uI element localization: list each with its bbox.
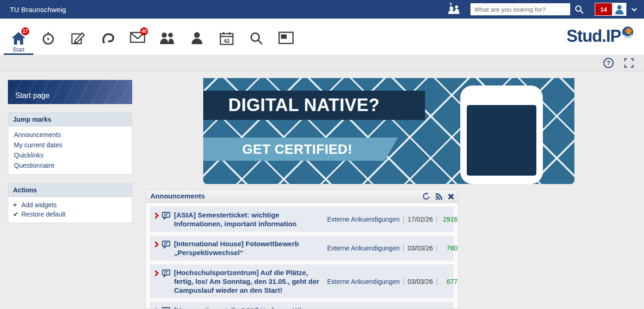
jump-marks-header: Jump marks — [8, 113, 132, 126]
announcements-widget: Announcements — [145, 190, 458, 309]
studip-logo[interactable]: Stud.IP — [567, 27, 634, 46]
announcement-row[interactable]: [Hochschulsportzentrum] Auf die Plätze, … — [150, 264, 454, 298]
phone-screen — [467, 105, 536, 176]
nav-item-notepad[interactable] — [63, 19, 93, 55]
search-input[interactable] — [470, 3, 570, 15]
announcement-view-count: 677 — [441, 278, 457, 285]
site-title: TU Braunschweig — [10, 6, 66, 13]
announcement-meta: Externe Ankuendigungen 03/03/26 780 — [327, 244, 457, 252]
nav-item-search[interactable] — [241, 19, 271, 55]
content-toolbar: ? — [0, 55, 644, 71]
notification-count: 14 — [600, 6, 607, 13]
chevron-down-icon[interactable] — [631, 7, 638, 12]
announcements-title: Announcements — [146, 192, 205, 200]
announcement-date: 17/02/26 — [407, 216, 433, 223]
add-widgets-label: Add widgets — [21, 201, 57, 209]
banner-headline: DIGITAL NATIVE? — [203, 95, 380, 115]
actions-list: + Add widgets ✔ Restore default — [8, 197, 132, 223]
nav-item-messages[interactable]: 40 — [122, 19, 152, 55]
svg-text:?: ? — [607, 59, 611, 66]
actions-header: Actions — [8, 184, 132, 197]
avatar[interactable] — [612, 3, 626, 16]
jump-link-current-dates[interactable]: My current dates — [8, 140, 132, 150]
jump-link-quicklinks[interactable]: Quicklinks — [8, 150, 132, 160]
help-icon[interactable]: ? — [603, 58, 614, 68]
restore-default-action[interactable]: ✔ Restore default — [8, 210, 132, 219]
nav-item-swoosh[interactable] — [93, 19, 122, 55]
nav-label-start: Start — [13, 46, 24, 53]
start-badge: 17 — [21, 27, 29, 35]
nav-item-planner[interactable]: 42 — [212, 19, 241, 55]
nav-item-compass[interactable] — [33, 19, 63, 55]
announcement-source-link[interactable]: Externe Ankuendigungen — [327, 244, 399, 252]
nav-item-start[interactable]: 17 Start — [4, 19, 33, 55]
messages-badge: 40 — [140, 27, 148, 35]
announcement-bubble-icon — [162, 270, 170, 277]
announcement-view-count: 780 — [441, 244, 457, 252]
banner-headline-band: DIGITAL NATIVE? — [203, 91, 425, 120]
rss-icon[interactable] — [435, 193, 443, 200]
announcement-meta: Externe Ankuendigungen 03/03/26 677 — [327, 278, 457, 285]
user-cluster: 14 — [595, 3, 638, 16]
campaign-banner[interactable]: DIGITAL NATIVE? GET CERTIFIED! — [203, 78, 574, 184]
divider — [403, 278, 404, 285]
refresh-icon[interactable] — [422, 192, 430, 200]
announcement-title[interactable]: [Kooperationsstelle SON] Umfrage: Wie wo… — [174, 306, 327, 309]
announcement-bubble-icon — [162, 307, 170, 309]
person-icon — [191, 32, 203, 44]
notepad-pencil-icon — [71, 32, 85, 45]
studip-logo-mark-icon — [622, 26, 634, 40]
jump-marks-widget: Jump marks Announcements My current date… — [8, 112, 132, 175]
announcement-title[interactable]: [Hochschulsportzentrum] Auf die Plätze, … — [174, 268, 327, 295]
global-search — [470, 3, 584, 15]
plus-icon: + — [13, 201, 21, 209]
swoosh-icon — [101, 32, 115, 45]
sidebar-header: Start page — [8, 80, 132, 104]
announcements-header: Announcements — [146, 190, 458, 203]
avatar-icon — [614, 4, 625, 14]
restore-default-label: Restore default — [21, 210, 65, 218]
add-widgets-action[interactable]: + Add widgets — [8, 200, 132, 210]
check-icon: ✔ — [13, 210, 21, 218]
top-bar: TU Braunschweig ? 14 — [0, 0, 644, 19]
notification-counter[interactable]: 14 — [595, 3, 612, 16]
sidebar: Start page Jump marks Announcements My c… — [8, 80, 132, 223]
jump-link-announcements[interactable]: Announcements — [8, 130, 132, 140]
search-icon[interactable] — [575, 5, 584, 14]
frame-icon — [278, 32, 294, 44]
calendar-icon: 42 — [219, 32, 234, 45]
actions-widget: Actions + Add widgets ✔ Restore default — [8, 183, 132, 223]
announcement-date: 03/03/26 — [407, 244, 433, 252]
nav-item-community[interactable] — [152, 19, 182, 55]
fullscreen-icon[interactable] — [624, 58, 634, 68]
divider — [437, 278, 437, 285]
announcement-date: 03/03/26 — [407, 278, 433, 285]
announcement-title[interactable]: [AStA] Semesterticket: wichtige Informat… — [174, 210, 327, 228]
announcement-source-link[interactable]: Externe Ankuendigungen — [327, 278, 399, 285]
expand-chevron-icon[interactable] — [155, 270, 159, 276]
announcement-source-link[interactable]: Externe Ankuendigungen — [327, 216, 399, 223]
banner-subline-band: GET CERTIFIED! — [203, 138, 398, 161]
announcement-row[interactable]: [International House] Fotowettbewerb „Pe… — [150, 236, 454, 261]
who-is-online-icon[interactable]: ? — [447, 3, 460, 16]
announcement-title[interactable]: [International House] Fotowettbewerb „Pe… — [174, 239, 327, 257]
banner-subline: GET CERTIFIED! — [203, 142, 352, 157]
compass-icon — [42, 32, 55, 45]
expand-chevron-icon[interactable] — [155, 241, 159, 248]
divider — [403, 244, 404, 252]
close-icon[interactable] — [448, 193, 454, 200]
nav-item-profile[interactable] — [182, 19, 212, 55]
announcement-bubble-icon — [162, 241, 170, 249]
announcement-meta: Externe Ankuendigungen 17/02/26 2916 — [327, 216, 457, 223]
nav-items: 17 Start — [4, 19, 301, 55]
divider — [437, 244, 437, 252]
divider — [403, 216, 404, 223]
nav-item-tools[interactable] — [271, 19, 301, 55]
magnifier-icon — [250, 32, 263, 45]
jump-link-questionnaire[interactable]: Questionnaire — [8, 160, 132, 171]
expand-chevron-icon[interactable] — [155, 212, 159, 219]
announcement-row[interactable]: [Kooperationsstelle SON] Umfrage: Wie wo… — [150, 302, 454, 309]
main-navigation: 17 Start — [0, 19, 644, 55]
divider — [437, 216, 437, 223]
announcement-row[interactable]: [AStA] Semesterticket: wichtige Informat… — [150, 207, 454, 232]
